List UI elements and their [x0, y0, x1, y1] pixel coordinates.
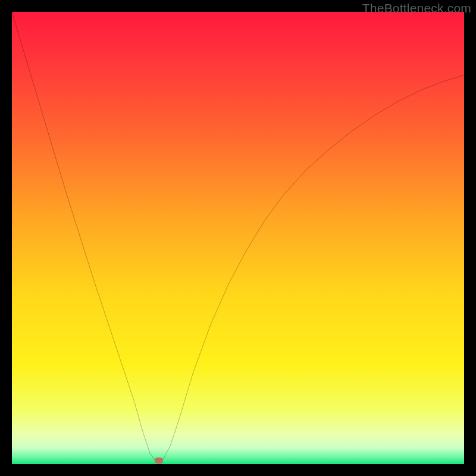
- plot-area: [12, 12, 464, 464]
- bottleneck-curve: [12, 12, 464, 462]
- optimal-point-marker: [155, 458, 163, 464]
- curve-layer: [12, 12, 464, 464]
- chart-stage: TheBottleneck.com: [0, 0, 476, 476]
- watermark-label: TheBottleneck.com: [362, 1, 471, 15]
